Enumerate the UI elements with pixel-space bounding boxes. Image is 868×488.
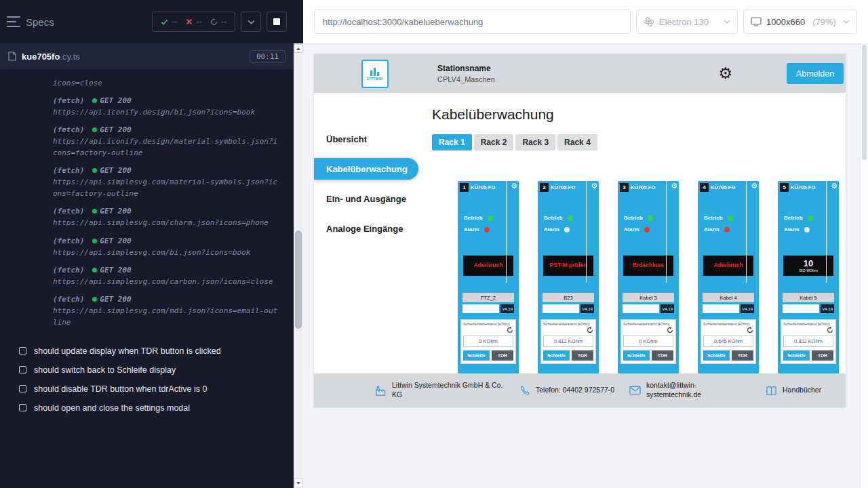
log-status: GET 200: [100, 295, 131, 304]
page-title: Kabelüberwachung: [432, 106, 846, 123]
test-item[interactable]: should update display when TDR button is…: [19, 342, 294, 361]
schleife-button[interactable]: Schleife: [783, 350, 810, 361]
device-display: [623, 304, 659, 313]
tdr-button[interactable]: TDR: [812, 350, 833, 361]
browser-selector[interactable]: Electron 130: [636, 9, 738, 34]
log-entry[interactable]: (fetch)GET 200 https://api.simplesvg.com…: [53, 264, 284, 287]
log-entry[interactable]: (fetch)GET 200 https://api.simplesvg.com…: [53, 293, 284, 328]
refresh-icon[interactable]: [543, 327, 593, 335]
specs-menu-icon[interactable]: [7, 16, 20, 27]
measurement-panel: Schleifenwiderstand [kOhm] 0 KOhm Schlei…: [460, 319, 516, 364]
test-item[interactable]: should open and close the settings modal: [19, 399, 294, 418]
firmware-version: V4.19: [580, 304, 594, 313]
log-url: https://api.iconify.design/bi.json?icons…: [53, 106, 278, 118]
settings-gear-icon[interactable]: ⚙: [718, 66, 732, 81]
scroll-down-button[interactable]: [294, 479, 302, 487]
schleife-button[interactable]: Schleife: [703, 350, 730, 361]
main-content: Kabelüberwachung Rack 1 Rack 2 Rack 3 Ra…: [419, 93, 846, 373]
spec-header[interactable]: kue705fo.cy.ts 00:11: [0, 43, 294, 69]
tdr-button[interactable]: TDR: [732, 350, 753, 361]
card-settings-gear-icon[interactable]: ⚙: [751, 182, 757, 190]
device-card: 4 KÜ705-FO ⚙ Betrieb Alarm Aderbruch Kab…: [698, 181, 759, 373]
logo-text: LITTWIN: [367, 77, 382, 81]
page-scrollbar[interactable]: [860, 43, 868, 488]
logout-button[interactable]: Abmelden: [787, 63, 844, 84]
measurement-buttons: Schleife TDR: [703, 350, 753, 361]
device-row: V4.19: [783, 304, 834, 313]
alarm-label: Alarm: [704, 226, 719, 232]
card-settings-gear-icon[interactable]: ⚙: [671, 182, 677, 190]
refresh-icon[interactable]: [623, 327, 673, 335]
card-settings-gear-icon[interactable]: ⚙: [511, 182, 517, 190]
aut-viewport: LITTWIN Stationsname CPLV4_Maschen ⚙ Abm…: [303, 43, 868, 488]
measurement-label: Schleifenwiderstand [kOhm]: [703, 322, 753, 326]
tab-rack-3[interactable]: Rack 3: [515, 134, 555, 150]
schleife-button[interactable]: Schleife: [623, 350, 650, 361]
collapse-button[interactable]: [241, 12, 261, 32]
test-item[interactable]: should disable TDR button when tdrActive…: [19, 380, 294, 399]
tdr-button[interactable]: TDR: [572, 350, 593, 361]
device-row: V4.19: [703, 304, 754, 313]
status-text: Aderbruch: [713, 262, 745, 269]
sidebar-item-analoge-eingaenge[interactable]: Analoge Eingänge: [314, 214, 419, 243]
resistance-value: 0.822 KOhm: [783, 336, 833, 347]
firmware-version: V4.19: [660, 304, 674, 313]
log-entry[interactable]: icons=close: [53, 77, 284, 89]
page-scrollbar-thumb[interactable]: [862, 45, 867, 160]
tab-rack-1[interactable]: Rack 1: [432, 134, 472, 150]
log-url: icons=close: [53, 77, 278, 89]
footer-company: Littwin Systemtechnik GmbH & Co. KG: [375, 381, 509, 399]
betrieb-indicator: Betrieb: [784, 212, 839, 224]
viewport-zoom: (79%): [812, 17, 836, 27]
sidebar-item-kabelueberwachung[interactable]: Kabelüberwachung: [314, 158, 418, 180]
sidebar-item-uebersicht[interactable]: Übersicht: [314, 124, 419, 154]
phone-icon: [519, 385, 530, 396]
schleife-button[interactable]: Schleife: [463, 350, 490, 361]
schleife-button[interactable]: Schleife: [543, 350, 570, 361]
runner-scrollbar[interactable]: [294, 43, 303, 488]
betrieb-indicator: Betrieb: [624, 212, 679, 224]
card-indicators: Betrieb Alarm: [778, 212, 839, 235]
arrow-up-icon: [296, 47, 300, 50]
tab-rack-4[interactable]: Rack 4: [557, 134, 597, 150]
card-header: 4 KÜ705-FO: [698, 181, 759, 192]
log-entry[interactable]: (fetch)GET 200 https://api.iconify.desig…: [53, 95, 284, 118]
footer-manuals[interactable]: Handbücher: [766, 386, 821, 396]
log-entry[interactable]: (fetch)GET 200 https://api.simplesvg.com…: [53, 205, 284, 228]
refresh-icon[interactable]: [783, 327, 833, 335]
book-icon: [766, 386, 777, 396]
card-settings-gear-icon[interactable]: ⚙: [591, 182, 597, 190]
tab-rack-2[interactable]: Rack 2: [474, 134, 514, 150]
log-url: https://api.simplesvg.com/material-symbo…: [53, 176, 278, 199]
refresh-icon[interactable]: [463, 327, 513, 335]
test-list: should update display when TDR button is…: [0, 342, 294, 418]
measurement-label: Schleifenwiderstand [kOhm]: [623, 322, 673, 326]
stop-tests-button[interactable]: [267, 12, 287, 32]
cable-name: Kabel 3: [623, 293, 674, 302]
station-info: Stationsname CPLV4_Maschen: [437, 64, 495, 83]
footer-email: kontakt@littwin-systemtechnik.de: [629, 381, 733, 399]
scrollbar-thumb[interactable]: [295, 230, 302, 329]
alarm-led-icon: [724, 227, 730, 232]
sidebar-item-ein-und-ausgaenge[interactable]: Ein- und Ausgänge: [314, 184, 419, 214]
log-entry[interactable]: (fetch)GET 200 https://api.simplesvg.com…: [53, 165, 284, 199]
test-state-icon: [19, 385, 26, 392]
test-item[interactable]: should switch back to Schleife display: [19, 361, 294, 380]
manuals-text: Handbücher: [783, 386, 821, 395]
email-text[interactable]: kontakt@littwin-systemtechnik.de: [646, 381, 733, 399]
station-name: CPLV4_Maschen: [437, 75, 495, 83]
tdr-button[interactable]: TDR: [652, 350, 673, 361]
status-dot-icon: [92, 268, 97, 272]
tdr-button[interactable]: TDR: [492, 350, 513, 361]
log-entry[interactable]: (fetch)GET 200 https://api.iconify.desig…: [53, 124, 284, 159]
app-footer: Littwin Systemtechnik GmbH & Co. KG Tele…: [314, 373, 846, 407]
log-entry[interactable]: (fetch)GET 200 https://api.simplesvg.com…: [53, 235, 284, 258]
url-input[interactable]: http://localhost:3000/kabelueberwachung: [314, 9, 631, 34]
refresh-icon[interactable]: [703, 327, 753, 335]
spec-timer: 00:11: [250, 50, 285, 63]
viewport-selector[interactable]: 1000x660 (79%): [743, 9, 857, 34]
log-request-type: (fetch): [53, 125, 84, 134]
log-request-type: (fetch): [53, 96, 84, 105]
scroll-up-button[interactable]: [294, 44, 302, 53]
card-settings-gear-icon[interactable]: ⚙: [831, 182, 837, 190]
